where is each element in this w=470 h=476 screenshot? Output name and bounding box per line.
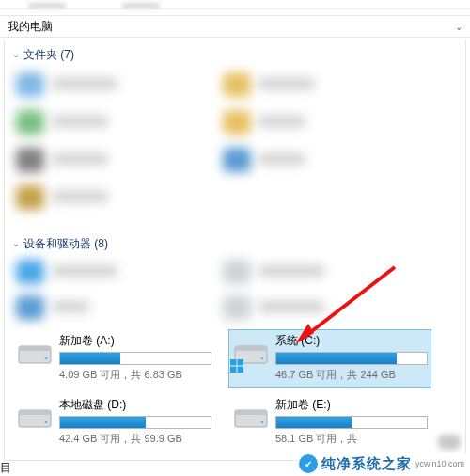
drive-icon: [232, 397, 270, 435]
devices-area-blurred: [12, 258, 458, 325]
drive-meta: 46.7 GB 可用，共 244 GB: [275, 368, 428, 382]
collapse-icon: ⌄: [12, 238, 20, 248]
capacity-fill: [276, 417, 352, 428]
windows-logo-icon: [230, 359, 243, 373]
drive-d[interactable]: 本地磁盘 (D:) 42.4 GB 可用，共 99.9 GB: [12, 393, 215, 452]
stray-char: 目: [0, 460, 11, 476]
capacity-fill: [60, 417, 146, 428]
svg-point-2: [45, 357, 48, 360]
drive-title: 本地磁盘 (D:): [59, 397, 212, 413]
svg-rect-6: [230, 359, 236, 365]
watermark-brand: 纯净系统之家: [321, 455, 412, 473]
section-label-folders: 文件夹 (7): [24, 47, 74, 63]
capacity-fill: [276, 353, 397, 364]
drive-icon: [232, 333, 270, 371]
capacity-bar: [59, 352, 212, 365]
drive-title: 系统 (C:): [275, 333, 428, 349]
svg-rect-1: [19, 346, 51, 351]
drive-icon: [16, 397, 54, 435]
watermark-url: ycwin10.com: [415, 459, 464, 468]
svg-point-15: [261, 421, 264, 424]
drive-title: 新加卷 (E:): [275, 397, 428, 413]
watermark-logo-icon: ✔: [299, 454, 318, 473]
chevron-down-icon[interactable]: ⌄: [455, 22, 462, 32]
svg-point-5: [261, 357, 264, 360]
svg-rect-14: [235, 410, 267, 415]
section-header-devices[interactable]: ⌄ 设备和驱动器 (8): [5, 229, 465, 258]
settings-blur: [438, 435, 461, 450]
drive-c[interactable]: 系统 (C:) 46.7 GB 可用，共 244 GB: [228, 329, 431, 388]
location-bar[interactable]: 我的电脑 ⌄: [0, 15, 470, 38]
svg-rect-4: [235, 346, 267, 351]
drive-title: 新加卷 (A:): [59, 333, 212, 349]
capacity-bar: [275, 416, 428, 429]
drives-grid: 新加卷 (A:) 4.09 GB 可用，共 6.83 GB: [5, 329, 465, 452]
watermark: ✔ 纯净系统之家 ycwin10.com: [297, 453, 466, 474]
folders-area-blurred: [12, 69, 458, 219]
toolbar-blur: [0, 0, 470, 9]
svg-point-12: [45, 421, 48, 424]
drive-meta: 42.4 GB 可用，共 99.9 GB: [59, 432, 212, 446]
drive-meta: 58.1 GB 可用，共: [275, 432, 428, 446]
section-label-devices: 设备和驱动器 (8): [24, 236, 108, 252]
drive-a[interactable]: 新加卷 (A:) 4.09 GB 可用，共 6.83 GB: [12, 329, 215, 388]
svg-rect-11: [19, 410, 51, 415]
drive-icon: [16, 333, 54, 371]
svg-rect-7: [238, 359, 243, 365]
collapse-icon: ⌄: [12, 49, 20, 59]
svg-rect-9: [238, 367, 243, 373]
capacity-bar: [275, 352, 428, 365]
svg-rect-8: [230, 367, 236, 373]
drive-meta: 4.09 GB 可用，共 6.83 GB: [59, 368, 212, 382]
capacity-bar: [59, 416, 212, 429]
breadcrumb[interactable]: 我的电脑: [8, 19, 53, 35]
capacity-fill: [60, 353, 120, 364]
explorer-content: ⌄ 文件夹 (7) ⌄ 设备和驱动器 (8): [4, 40, 466, 461]
section-header-folders[interactable]: ⌄ 文件夹 (7): [5, 40, 465, 69]
drive-e[interactable]: 新加卷 (E:) 58.1 GB 可用，共: [228, 393, 431, 452]
